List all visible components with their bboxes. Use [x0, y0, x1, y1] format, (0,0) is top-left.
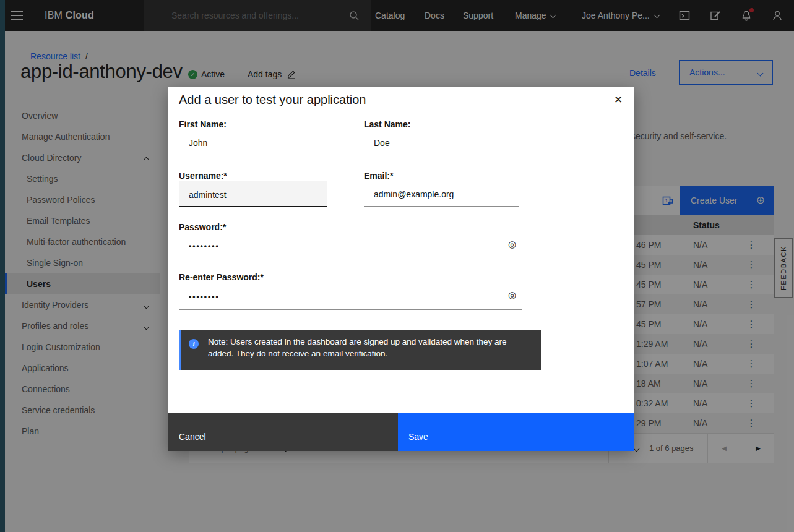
- first-name-label: First Name:: [179, 119, 227, 129]
- view-password-icon[interactable]: ◎: [508, 239, 516, 250]
- first-name-field[interactable]: [179, 135, 327, 155]
- password-field[interactable]: [179, 234, 522, 259]
- reenter-password-label: Re-enter Password:*: [179, 272, 264, 282]
- info-icon: i: [189, 339, 199, 349]
- reenter-password-field-wrap: ◎: [179, 285, 522, 310]
- email-label: Email:*: [364, 171, 393, 181]
- add-user-modal: ✕ Add a user to test your application Fi…: [168, 87, 634, 451]
- email-field[interactable]: [364, 187, 519, 207]
- last-name-label: Last Name:: [364, 119, 410, 129]
- modal-title: Add a user to test your application: [179, 93, 366, 107]
- last-name-field[interactable]: [364, 135, 519, 155]
- save-button[interactable]: Save: [398, 413, 634, 451]
- password-label: Password:*: [179, 222, 226, 232]
- note-text: Note: Users created in the dashboard are…: [208, 336, 530, 359]
- view-password-icon[interactable]: ◎: [508, 290, 516, 301]
- cancel-button[interactable]: Cancel: [168, 413, 398, 451]
- info-notification: i Note: Users created in the dashboard a…: [179, 330, 541, 370]
- username-field[interactable]: [179, 181, 327, 207]
- close-icon[interactable]: ✕: [608, 90, 628, 109]
- reenter-password-field[interactable]: [179, 285, 522, 309]
- password-field-wrap: ◎: [179, 234, 522, 259]
- username-label: Username:*: [179, 171, 227, 181]
